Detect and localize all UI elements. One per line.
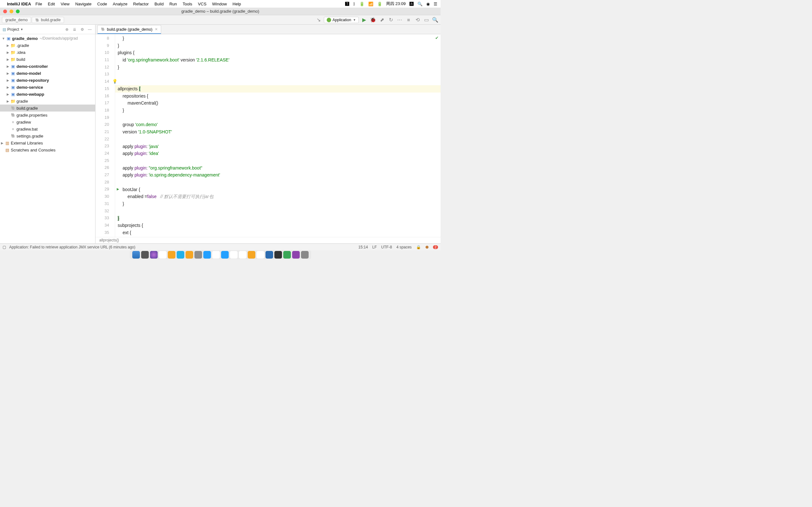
attach-button[interactable]: ⋯ bbox=[396, 16, 403, 23]
dock-app4[interactable] bbox=[257, 251, 264, 259]
dock-app2[interactable] bbox=[212, 251, 220, 259]
dock-app3[interactable] bbox=[248, 251, 255, 259]
menu-tools[interactable]: Tools bbox=[183, 2, 192, 6]
tool-window-quick-access-icon[interactable]: ▢ bbox=[3, 245, 6, 249]
intention-bulb-icon[interactable]: 💡 bbox=[112, 78, 117, 85]
line-separator[interactable]: LF bbox=[372, 245, 377, 249]
tree-item[interactable]: ≡gradlew.bat bbox=[0, 125, 95, 132]
dock-launchpad[interactable] bbox=[141, 251, 149, 259]
code-area[interactable]: } } plugins { id 'org.springframework.bo… bbox=[115, 34, 441, 237]
menu-analyze[interactable]: Analyze bbox=[113, 2, 128, 6]
dock-notes[interactable] bbox=[230, 251, 238, 259]
expand-arrow-icon[interactable]: ▶ bbox=[6, 58, 10, 61]
tree-scratches[interactable]: ▧ Scratches and Consoles bbox=[0, 147, 95, 153]
editor-gutter[interactable]: 891011121314💡151617181920212223242526272… bbox=[96, 34, 115, 237]
dock-books[interactable] bbox=[186, 251, 193, 259]
dock-photos[interactable] bbox=[159, 251, 166, 259]
status-t-icon[interactable]: 🆃 bbox=[345, 2, 349, 6]
expand-arrow-icon[interactable]: ▼ bbox=[1, 37, 6, 40]
expand-arrow-icon[interactable]: ▶ bbox=[6, 51, 10, 54]
dock-keynote[interactable] bbox=[168, 251, 175, 259]
battery2-icon[interactable]: 🔋 bbox=[377, 2, 382, 6]
expand-arrow-icon[interactable]: ▶ bbox=[6, 65, 10, 68]
input-source-icon[interactable]: 🅰 bbox=[409, 2, 414, 6]
menu-build[interactable]: Build bbox=[154, 2, 164, 6]
expand-arrow-icon[interactable]: ▶ bbox=[6, 44, 10, 47]
tree-item[interactable]: ▶📁.idea bbox=[0, 49, 95, 56]
tree-item[interactable]: 🐘settings.gradle bbox=[0, 132, 95, 139]
layout-button[interactable]: ▭ bbox=[423, 16, 430, 23]
expand-arrow-icon[interactable]: ▶ bbox=[0, 141, 4, 145]
battery-icon[interactable]: 🔋 bbox=[359, 2, 364, 6]
zoom-window-button[interactable] bbox=[16, 9, 20, 13]
tree-item[interactable]: 🐘build.gradle bbox=[0, 105, 95, 112]
tree-item[interactable]: ▶▣demo-repository bbox=[0, 77, 95, 83]
bluetooth-icon[interactable]: ᛒ bbox=[353, 2, 356, 6]
breadcrumb-root[interactable]: gradle_demo bbox=[2, 17, 31, 23]
editor-breadcrumb[interactable]: allprojects{} bbox=[96, 237, 441, 243]
tree-item[interactable]: ▶▣demo-controller bbox=[0, 63, 95, 70]
profile-button[interactable]: ↻ bbox=[387, 16, 394, 23]
menu-vcs[interactable]: VCS bbox=[198, 2, 206, 6]
spotlight-icon[interactable]: 🔍 bbox=[417, 2, 422, 6]
menu-window[interactable]: Window bbox=[212, 2, 227, 6]
menu-edit[interactable]: Edit bbox=[48, 2, 55, 6]
collapse-all-button[interactable]: ⇊ bbox=[72, 26, 78, 32]
run-with-coverage-button[interactable]: ⬈ bbox=[378, 16, 386, 23]
run-gutter-icon[interactable]: ▶ bbox=[117, 186, 119, 193]
dock-intellij[interactable] bbox=[265, 251, 273, 259]
settings-gear-icon[interactable]: ⚙ bbox=[79, 26, 85, 32]
minimize-window-button[interactable] bbox=[9, 9, 13, 13]
tree-item[interactable]: ▶▣demo-service bbox=[0, 83, 95, 91]
dock-safari[interactable] bbox=[221, 251, 229, 259]
menu-navigate[interactable]: Navigate bbox=[75, 2, 91, 6]
dock-app5[interactable] bbox=[283, 251, 291, 259]
expand-arrow-icon[interactable]: ▶ bbox=[6, 72, 10, 75]
tree-item[interactable]: ≡gradlew bbox=[0, 118, 95, 125]
expand-arrow-icon[interactable]: ▶ bbox=[6, 78, 10, 82]
error-count-badge[interactable]: 2 bbox=[433, 245, 438, 249]
tree-item[interactable]: ▶📁gradle bbox=[0, 98, 95, 105]
locate-button[interactable]: ⊕ bbox=[64, 26, 70, 32]
run-configuration-select[interactable]: Application ▼ bbox=[324, 17, 359, 23]
dock-finder[interactable] bbox=[132, 251, 140, 259]
breadcrumb-file[interactable]: 🐘build.gradle bbox=[32, 17, 64, 23]
tree-item[interactable]: ▶📁build bbox=[0, 56, 95, 63]
debug-button[interactable]: 🐞 bbox=[369, 16, 376, 23]
intellij-indicator-icon[interactable]: ⬢ bbox=[425, 245, 428, 249]
indent-setting[interactable]: 4 spaces bbox=[397, 245, 412, 249]
tree-item[interactable]: ▶📁.gradle bbox=[0, 42, 95, 49]
wifi-icon[interactable]: 📶 bbox=[368, 2, 373, 6]
tree-root[interactable]: ▼ ▣ gradle_demo ~/Downloads/app/grad bbox=[0, 35, 95, 42]
menu-code[interactable]: Code bbox=[97, 2, 107, 6]
dock-appstore[interactable] bbox=[203, 251, 211, 259]
clock[interactable]: 周四 23:09 bbox=[386, 1, 406, 7]
chevron-down-icon[interactable]: ▼ bbox=[20, 28, 23, 31]
file-encoding[interactable]: UTF-8 bbox=[381, 245, 392, 249]
run-button[interactable]: ▶ bbox=[361, 16, 368, 23]
menu-view[interactable]: View bbox=[61, 2, 69, 6]
update-button[interactable]: ⟲ bbox=[414, 16, 421, 23]
dock-wechat[interactable] bbox=[274, 251, 282, 259]
dock-siri[interactable] bbox=[150, 251, 158, 259]
search-everywhere-button[interactable]: 🔍 bbox=[432, 16, 439, 23]
project-tree[interactable]: ▼ ▣ gradle_demo ~/Downloads/app/grad ▶📁.… bbox=[0, 34, 95, 243]
tree-item[interactable]: ▶▣demo-model bbox=[0, 70, 95, 77]
tree-item[interactable]: 🐘gradle.properties bbox=[0, 112, 95, 118]
dock-trash[interactable] bbox=[301, 251, 309, 259]
menu-run[interactable]: Run bbox=[169, 2, 177, 6]
expand-arrow-icon[interactable]: ▶ bbox=[6, 93, 10, 96]
caret-position[interactable]: 15:14 bbox=[358, 245, 368, 249]
app-name[interactable]: IntelliJ IDEA bbox=[7, 2, 31, 6]
menu-file[interactable]: File bbox=[36, 2, 42, 6]
menu-refactor[interactable]: Refactor bbox=[133, 2, 149, 6]
expand-arrow-icon[interactable]: ▶ bbox=[6, 100, 10, 103]
close-tab-icon[interactable]: ✕ bbox=[155, 27, 158, 32]
dock-chrome[interactable] bbox=[239, 251, 247, 259]
dock-app1[interactable] bbox=[194, 251, 202, 259]
expand-arrow-icon[interactable]: ▶ bbox=[6, 86, 10, 89]
menu-help[interactable]: Help bbox=[233, 2, 241, 6]
readonly-lock-icon[interactable]: 🔒 bbox=[416, 245, 421, 249]
siri-icon[interactable]: ◉ bbox=[426, 2, 430, 6]
tree-external-libraries[interactable]: ▶ ▥ External Libraries bbox=[0, 139, 95, 147]
